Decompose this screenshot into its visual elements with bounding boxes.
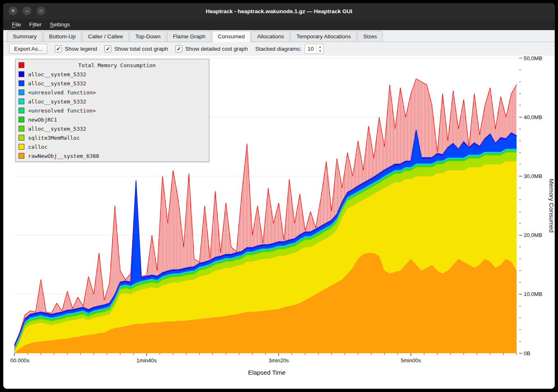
menu-file[interactable]: File bbox=[8, 20, 25, 29]
checkbox-show-legend[interactable]: ✓Show legend bbox=[55, 45, 97, 52]
maximize-icon: □ bbox=[40, 9, 42, 13]
x-axis-label: Elapsed Time bbox=[248, 369, 286, 376]
legend-label: alloc__system_5332 bbox=[28, 99, 86, 105]
y-tick-label: 50,0MB bbox=[524, 56, 542, 61]
legend-label: <unresolved function> bbox=[28, 108, 96, 114]
legend-label: newObjRC1 bbox=[28, 117, 57, 123]
legend-swatch bbox=[19, 80, 24, 86]
tab-flame-graph[interactable]: Flame Graph bbox=[167, 31, 211, 42]
minimize-icon: ─ bbox=[26, 9, 28, 14]
legend-item: alloc__system_5332 bbox=[19, 79, 206, 88]
spin-up-icon[interactable]: ▲ bbox=[317, 45, 323, 49]
checkbox-show-total-cost-graph[interactable]: ✓Show total cost graph bbox=[104, 45, 168, 52]
legend-label: <unresolved function> bbox=[28, 89, 96, 96]
legend-item: sqlite3MemMalloc bbox=[19, 133, 206, 142]
minimize-button[interactable]: ─ bbox=[23, 7, 31, 15]
x-tick-label: 3min20s bbox=[269, 357, 289, 364]
legend-swatch bbox=[19, 126, 24, 131]
legend-swatch bbox=[19, 71, 24, 77]
checkbox-show-detailed-cost-graph[interactable]: ✓Show detailed cost graph bbox=[175, 45, 248, 52]
y-tick-label: 20,0MB bbox=[524, 232, 542, 238]
legend-item: newObjRC1 bbox=[19, 115, 206, 124]
titlebar: ✕─□ Heaptrack - heaptrack.wakunode.1.gz … bbox=[3, 3, 555, 19]
tab-consumed[interactable]: Consumed bbox=[212, 31, 251, 42]
legend-item: rawNewObj__system_6388 bbox=[19, 151, 206, 160]
tab-sizes[interactable]: Sizes bbox=[357, 31, 383, 42]
chart-panel: 0B10,0MB20,0MB30,0MB40,0MB50,0MB00.000s1… bbox=[3, 56, 555, 389]
legend-title: Total Memory Consumption bbox=[19, 61, 206, 70]
legend-item: alloc__system_5332 bbox=[19, 124, 206, 133]
legend-label: alloc__system_5332 bbox=[28, 126, 86, 132]
stacked-diagrams-spinbox[interactable]: 10 ▲ ▼ bbox=[305, 44, 324, 54]
chart-legend: Total Memory Consumptionalloc__system_53… bbox=[15, 59, 209, 162]
spin-down-icon[interactable]: ▼ bbox=[317, 49, 323, 53]
window-controls: ✕─□ bbox=[9, 7, 45, 15]
legend-swatch bbox=[19, 62, 24, 68]
close-button[interactable]: ✕ bbox=[9, 7, 17, 15]
checkbox-box[interactable]: ✓ bbox=[104, 45, 111, 52]
legend-swatch bbox=[19, 117, 24, 122]
legend-item: <unresolved function> bbox=[19, 88, 206, 97]
tab-summary[interactable]: Summary bbox=[7, 31, 43, 42]
legend-swatch bbox=[19, 153, 24, 159]
tab-bottom-up[interactable]: Bottom-Up bbox=[43, 31, 82, 42]
legend-swatch bbox=[19, 135, 24, 141]
stacked-diagrams-control: Stacked diagrams: 10 ▲ ▼ bbox=[255, 44, 324, 54]
legend-label: calloc bbox=[28, 144, 47, 150]
checkbox-box[interactable]: ✓ bbox=[55, 45, 62, 52]
tab-top-down[interactable]: Top-Down bbox=[130, 31, 166, 42]
tab-caller-callee[interactable]: Caller / Callee bbox=[82, 31, 129, 42]
close-icon: ✕ bbox=[11, 9, 15, 13]
checkbox-label: Show total cost graph bbox=[114, 46, 168, 52]
stacked-diagrams-value[interactable]: 10 bbox=[305, 44, 316, 54]
stacked-diagrams-label: Stacked diagrams: bbox=[255, 46, 302, 52]
legend-label: Total Memory Consumption bbox=[28, 62, 206, 68]
export-as-button[interactable]: Export As... bbox=[9, 44, 47, 54]
menubar: FileFilterSettings bbox=[3, 19, 555, 30]
legend-label: sqlite3MemMalloc bbox=[28, 135, 80, 141]
legend-label: rawNewObj__system_6388 bbox=[28, 153, 99, 159]
y-tick-label: 0B bbox=[524, 350, 530, 357]
app-window: ✕─□ Heaptrack - heaptrack.wakunode.1.gz … bbox=[3, 3, 555, 389]
x-tick-label: 00.000s bbox=[10, 357, 30, 364]
legend-label: alloc__system_5332 bbox=[28, 80, 86, 87]
x-tick-label: 5min00s bbox=[401, 357, 421, 364]
window-title: Heaptrack - heaptrack.wakunode.1.gz — He… bbox=[3, 8, 555, 14]
legend-item: <unresolved function> bbox=[19, 106, 206, 115]
menu-settings[interactable]: Settings bbox=[46, 20, 74, 29]
y-axis-label: Memory Consumed bbox=[548, 179, 555, 233]
checkbox-label: Show detailed cost graph bbox=[185, 46, 248, 52]
legend-label: alloc__system_5332 bbox=[28, 71, 86, 77]
y-tick-label: 30,0MB bbox=[524, 173, 542, 179]
legend-swatch bbox=[19, 99, 24, 104]
y-tick-label: 10,0MB bbox=[524, 291, 542, 297]
legend-swatch bbox=[19, 89, 24, 95]
toolbar: Export As... ✓Show legend✓Show total cos… bbox=[3, 42, 555, 56]
legend-item: alloc__system_5332 bbox=[19, 70, 206, 79]
tab-temporary-allocations[interactable]: Temporary Allocations bbox=[291, 31, 357, 42]
tab-allocations[interactable]: Allocations bbox=[251, 31, 290, 42]
legend-swatch bbox=[19, 144, 24, 150]
menu-filter[interactable]: Filter bbox=[26, 20, 45, 29]
checkbox-box[interactable]: ✓ bbox=[175, 45, 182, 52]
legend-item: alloc__system_5332 bbox=[19, 97, 206, 106]
legend-swatch bbox=[19, 108, 24, 113]
x-tick-label: 1min40s bbox=[137, 357, 157, 364]
y-tick-label: 40,0MB bbox=[524, 114, 542, 120]
checkbox-label: Show legend bbox=[65, 46, 97, 52]
legend-item: calloc bbox=[19, 142, 206, 151]
checkbox-group: ✓Show legend✓Show total cost graph✓Show … bbox=[55, 45, 248, 52]
spinner-buttons: ▲ ▼ bbox=[316, 44, 323, 54]
maximize-button[interactable]: □ bbox=[37, 7, 45, 15]
tabbar: SummaryBottom-UpCaller / CalleeTop-DownF… bbox=[3, 30, 555, 42]
